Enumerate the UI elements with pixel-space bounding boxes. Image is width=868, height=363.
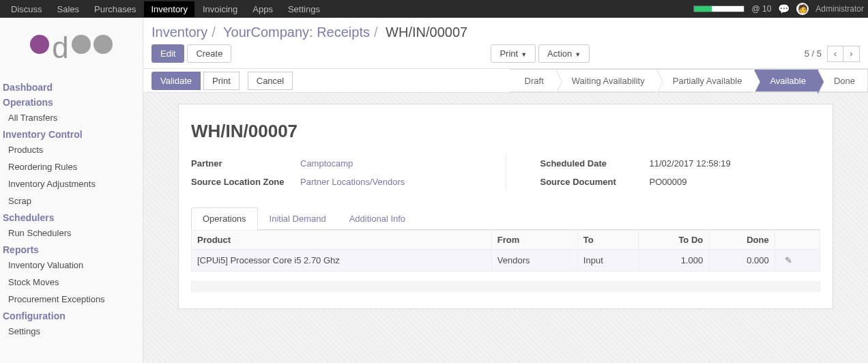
- sidebar-item-run-schedulers[interactable]: Run Schedulers: [0, 224, 143, 242]
- logo-dot-2: [72, 35, 91, 54]
- validate-button[interactable]: Validate: [151, 72, 201, 90]
- field-label-source-location-zone: Source Location Zone: [191, 177, 300, 187]
- pager-text: 5 / 5: [805, 48, 822, 59]
- sidebar-item-inventory-adjustments[interactable]: Inventory Adjustments: [0, 175, 143, 192]
- state-draft[interactable]: Draft: [510, 69, 557, 92]
- sidebar-item-scrap[interactable]: Scrap: [0, 192, 143, 209]
- field-label-scheduled-date: Scheduled Date: [540, 158, 650, 169]
- user-name[interactable]: Administrator: [815, 4, 864, 14]
- cell-todo: 1.000: [639, 250, 709, 272]
- field-value-source-document: PO00009: [650, 177, 687, 187]
- col-product: Product: [192, 231, 492, 250]
- create-button[interactable]: Create: [187, 44, 231, 63]
- tab-initial-demand[interactable]: Initial Demand: [258, 207, 338, 229]
- pager-prev[interactable]: ‹: [827, 46, 843, 62]
- col-from: From: [491, 231, 577, 250]
- field-value-scheduled-date: 11/02/2017 12:58:19: [650, 158, 731, 169]
- sidebar: d DashboardOperationsAll TransfersInvent…: [0, 18, 143, 363]
- table-footer: [191, 281, 820, 292]
- print-dropdown[interactable]: Print▼: [491, 44, 536, 63]
- tab-additional-info[interactable]: Additional Info: [338, 207, 417, 229]
- sidebar-section-inventory-control: Inventory Control: [0, 126, 143, 141]
- nav-item-sales[interactable]: Sales: [50, 1, 87, 17]
- sidebar-section-operations: Operations: [0, 94, 143, 109]
- cell-to: Input: [577, 250, 638, 272]
- col-to-do: To Do: [639, 231, 709, 250]
- sidebar-item-all-transfers[interactable]: All Transfers: [0, 109, 143, 126]
- nav-item-inventory[interactable]: Inventory: [144, 1, 194, 17]
- nav-item-discuss[interactable]: Discuss: [4, 1, 49, 17]
- col-done: Done: [709, 231, 775, 250]
- col-actions: [775, 231, 820, 250]
- field-value-source-location-zone[interactable]: Partner Locations/Vendors: [300, 177, 405, 187]
- crumb-receipts[interactable]: YourCompany: Receipts: [223, 25, 370, 40]
- crumb-inventory[interactable]: Inventory: [151, 25, 207, 40]
- pager-next[interactable]: ›: [843, 46, 860, 62]
- sidebar-item-settings[interactable]: Settings: [0, 323, 143, 340]
- nav-item-settings[interactable]: Settings: [281, 1, 327, 17]
- col-to: To: [577, 231, 638, 250]
- edit-button[interactable]: Edit: [151, 44, 184, 63]
- sidebar-section-dashboard: Dashboard: [0, 79, 143, 94]
- sidebar-section-schedulers: Schedulers: [0, 209, 143, 224]
- action-dropdown[interactable]: Action▼: [538, 44, 590, 63]
- table-row[interactable]: [CPUi5] Processor Core i5 2.70 GhzVendor…: [192, 250, 820, 272]
- sidebar-item-procurement-exceptions[interactable]: Procurement Exceptions: [0, 291, 143, 308]
- nav-item-invoicing[interactable]: Invoicing: [196, 1, 244, 17]
- nav-item-purchases[interactable]: Purchases: [87, 1, 143, 17]
- print-button[interactable]: Print: [203, 72, 240, 90]
- crumb-current: WH/IN/00007: [386, 25, 467, 40]
- state-available[interactable]: Available: [755, 69, 819, 92]
- cell-from: Vendors: [491, 250, 577, 272]
- operations-table: ProductFromToTo DoDone [CPUi5] Processor…: [191, 230, 820, 272]
- cancel-button[interactable]: Cancel: [248, 72, 293, 90]
- record-title: WH/IN/00007: [191, 121, 820, 142]
- messages-badge[interactable]: @ 10: [751, 4, 771, 14]
- chat-icon[interactable]: 💬: [778, 3, 790, 14]
- avatar[interactable]: 🧑: [796, 3, 809, 15]
- cell-done: 0.000: [709, 250, 775, 272]
- state-partially-available[interactable]: Partially Available: [658, 69, 755, 92]
- form-sheet: WH/IN/00007 PartnerCamptocampSource Loca…: [178, 104, 833, 309]
- trial-progress: [693, 5, 744, 12]
- logo: d: [0, 25, 143, 79]
- breadcrumb: Inventory/ YourCompany: Receipts/ WH/IN/…: [143, 18, 868, 44]
- sidebar-item-products[interactable]: Products: [0, 141, 143, 158]
- pencil-icon[interactable]: ✎: [785, 255, 792, 265]
- state-waiting-availability[interactable]: Waiting Availability: [557, 69, 658, 92]
- top-navbar: DiscussSalesPurchasesInventoryInvoicingA…: [0, 0, 868, 18]
- logo-dot-1: [30, 35, 49, 54]
- sidebar-item-reordering-rules[interactable]: Reordering Rules: [0, 158, 143, 175]
- cell-actions: ✎: [775, 250, 820, 272]
- nav-item-apps[interactable]: Apps: [246, 1, 280, 17]
- field-label-partner: Partner: [191, 158, 300, 169]
- state-done[interactable]: Done: [819, 69, 868, 92]
- sidebar-section-reports: Reports: [0, 242, 143, 257]
- tab-operations[interactable]: Operations: [191, 207, 258, 230]
- sidebar-item-inventory-valuation[interactable]: Inventory Valuation: [0, 257, 143, 274]
- logo-dot-3: [93, 35, 113, 54]
- sidebar-section-configuration: Configuration: [0, 308, 143, 323]
- field-label-source-document: Source Document: [540, 177, 650, 187]
- sidebar-item-stock-moves[interactable]: Stock Moves: [0, 274, 143, 291]
- field-value-partner[interactable]: Camptocamp: [300, 158, 353, 169]
- cell-product: [CPUi5] Processor Core i5 2.70 Ghz: [192, 250, 492, 272]
